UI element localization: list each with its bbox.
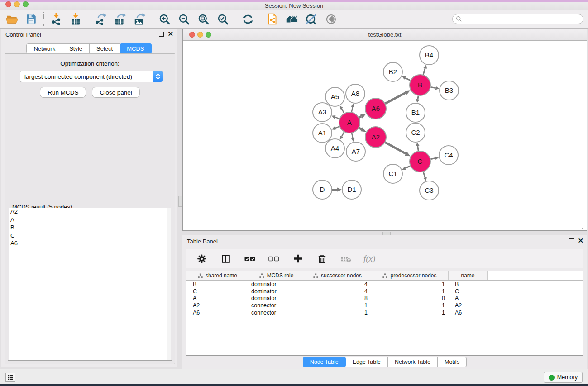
refresh-view-button[interactable] (241, 13, 254, 25)
graph-edge[interactable] (385, 93, 406, 104)
show-graphics-details-button[interactable] (325, 13, 337, 25)
graph-edge[interactable] (335, 127, 339, 129)
select-stepper[interactable] (153, 71, 163, 82)
network-graph[interactable]: AA1A2A3A4A5A6A7A8BB1B2B3B4CC1C2C3C4DD1 (183, 41, 587, 230)
split-table-panel-button[interactable] (220, 253, 232, 265)
graph-edge[interactable] (405, 78, 410, 81)
graph-edge[interactable] (352, 133, 353, 138)
graph-edge[interactable] (418, 146, 419, 151)
table-cell[interactable]: dominator (249, 288, 304, 295)
horizontal-splitter-grip[interactable] (382, 232, 391, 235)
vertical-splitter-grip[interactable] (178, 196, 182, 207)
export-network-button[interactable] (94, 13, 107, 25)
table-cell[interactable]: 1 (304, 310, 371, 316)
table-settings-button[interactable] (196, 253, 208, 265)
column-header-predecessor-nodes[interactable]: predecessor nodes (371, 271, 449, 280)
zoom-fit-button[interactable] (197, 13, 210, 25)
task-history-button[interactable] (5, 373, 15, 382)
create-column-button[interactable] (292, 253, 304, 265)
table-row[interactable]: Cdominator41C (186, 288, 583, 295)
delete-column-button[interactable] (316, 253, 328, 265)
close-panel-icon[interactable]: ✕ (167, 31, 173, 37)
mcds-result-item[interactable]: C (9, 232, 167, 240)
table-cell[interactable]: A6 (186, 310, 249, 316)
table-cell[interactable]: connector (249, 302, 304, 309)
hide-all-columns-button[interactable] (268, 253, 280, 265)
mcds-result-scrollbar[interactable] (167, 208, 171, 360)
graph-edge[interactable] (423, 68, 425, 75)
graph-edge[interactable] (335, 117, 339, 119)
table-cell[interactable]: A (449, 295, 488, 301)
zoom-selected-button[interactable] (216, 13, 229, 25)
show-all-columns-button[interactable] (244, 253, 256, 265)
tab-select[interactable]: Select (90, 43, 120, 54)
memory-button[interactable]: Memory (544, 372, 583, 383)
table-cell[interactable]: 1 (371, 302, 449, 309)
function-builder-icon[interactable]: f(x) (363, 254, 375, 264)
table-cell[interactable]: 1 (371, 288, 449, 295)
zoom-traffic-light[interactable] (23, 1, 29, 7)
graph-edge[interactable] (423, 172, 425, 177)
resize-grip-icon[interactable] (580, 224, 586, 230)
graph-edge[interactable] (430, 158, 435, 159)
table-cell[interactable]: A6 (449, 310, 488, 316)
close-panel-button[interactable]: Close panel (92, 87, 139, 98)
table-cell[interactable]: B (449, 281, 488, 287)
column-header-mcds-role[interactable]: MCDS role (249, 271, 304, 280)
network-zoom-traffic-light[interactable] (206, 32, 211, 38)
column-header-name[interactable]: name (449, 271, 488, 280)
graph-edge[interactable] (418, 96, 418, 100)
table-cell[interactable]: A2 (449, 302, 488, 309)
close-panel-icon[interactable]: ✕ (578, 238, 583, 244)
table-row[interactable]: A6connector11A6 (186, 309, 583, 316)
column-header-shared-name[interactable]: shared name (186, 271, 249, 280)
table-row[interactable]: A2connector11A2 (186, 302, 583, 309)
minimize-traffic-light[interactable] (14, 1, 20, 7)
mcds-result-item[interactable]: A (9, 216, 167, 224)
float-panel-icon[interactable] (159, 32, 164, 37)
table-cell[interactable]: 1 (371, 281, 449, 287)
close-traffic-light[interactable] (5, 1, 11, 7)
table-cell[interactable]: 1 (304, 302, 371, 309)
graph-edge[interactable] (431, 87, 436, 88)
import-table-button[interactable] (69, 13, 82, 25)
open-session-button[interactable] (5, 13, 18, 25)
table-cell[interactable]: dominator (249, 295, 304, 301)
mcds-result-list[interactable]: A2ABCA6 (9, 208, 167, 360)
mcds-result-item[interactable]: B (9, 224, 167, 232)
table-cell[interactable]: 1 (371, 310, 449, 316)
zoom-in-button[interactable] (158, 13, 171, 25)
graph-edge[interactable] (385, 143, 406, 154)
hide-unhide-button[interactable] (305, 13, 318, 25)
mcds-result-item[interactable]: A6 (9, 239, 167, 248)
graph-edge[interactable] (342, 132, 344, 137)
tab-node-table[interactable]: Node Table (303, 357, 346, 367)
table-cell[interactable]: A (186, 295, 249, 301)
table-cell[interactable]: 8 (304, 295, 371, 301)
graph-edge[interactable] (352, 107, 353, 112)
table-cell[interactable]: dominator (249, 281, 304, 287)
zoom-out-button[interactable] (177, 13, 190, 25)
table-cell[interactable]: C (186, 288, 249, 295)
table-cell[interactable]: 4 (304, 281, 371, 287)
table-cell[interactable]: 4 (304, 288, 371, 295)
tab-network-table[interactable]: Network Table (388, 357, 438, 367)
tab-motifs[interactable]: Motifs (438, 357, 467, 367)
tab-edge-table[interactable]: Edge Table (346, 357, 388, 367)
graph-edge[interactable] (359, 128, 361, 129)
run-mcds-button[interactable]: Run MCDS (40, 87, 86, 98)
network-window-titlebar[interactable]: testGlobe.txt (183, 29, 587, 41)
network-canvas[interactable]: AA1A2A3A4A5A6A7A8BB1B2B3B4CC1C2C3C4DD1 (183, 41, 587, 230)
table-cell[interactable]: A2 (186, 302, 249, 309)
delete-table-button[interactable] (339, 253, 352, 265)
graph-edge[interactable] (405, 166, 410, 168)
float-panel-icon[interactable] (569, 238, 574, 243)
table-cell[interactable]: 0 (371, 295, 449, 301)
home-button[interactable] (286, 13, 298, 25)
export-image-button[interactable] (133, 13, 146, 25)
table-row[interactable]: Adominator80A (186, 295, 583, 302)
import-network-button[interactable] (50, 13, 62, 25)
network-minimize-traffic-light[interactable] (197, 32, 203, 38)
new-network-from-selection-button[interactable] (266, 13, 279, 25)
tab-network[interactable]: Network (26, 43, 62, 54)
